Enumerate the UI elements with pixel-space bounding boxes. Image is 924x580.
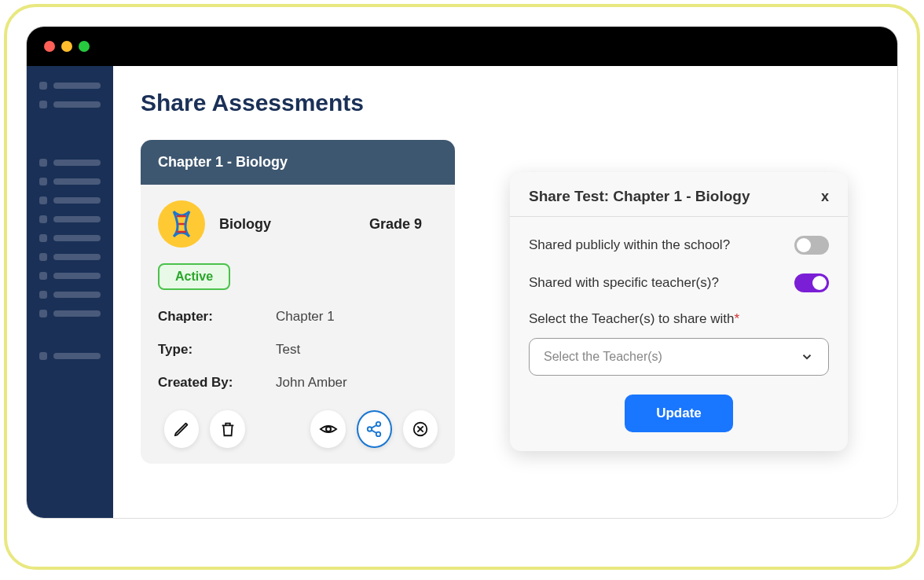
svg-point-0 xyxy=(326,427,331,431)
titlebar xyxy=(27,27,897,66)
sidebar-item[interactable] xyxy=(39,159,101,167)
grade-label: Grade 9 xyxy=(369,216,422,233)
close-circle-icon xyxy=(412,420,429,438)
share-public-label: Shared publicly within the school? xyxy=(529,237,730,253)
sidebar-item[interactable] xyxy=(39,291,101,299)
card-title: Chapter 1 - Biology xyxy=(158,154,438,171)
type-value: Test xyxy=(276,342,300,358)
chapter-value: Chapter 1 xyxy=(276,309,335,325)
sidebar-item[interactable] xyxy=(39,196,101,204)
update-button[interactable]: Update xyxy=(625,395,733,432)
view-button[interactable] xyxy=(310,410,345,448)
edit-button[interactable] xyxy=(164,410,199,448)
delete-button[interactable] xyxy=(210,410,244,448)
svg-point-3 xyxy=(376,432,381,437)
share-icon xyxy=(365,420,383,438)
cancel-button[interactable] xyxy=(403,410,438,448)
select-teachers-dropdown[interactable]: Select the Teacher(s) xyxy=(529,338,829,376)
sidebar-item[interactable] xyxy=(39,215,101,223)
sidebar-item[interactable] xyxy=(39,101,101,108)
share-public-toggle[interactable] xyxy=(794,236,829,255)
sidebar-item[interactable] xyxy=(39,253,101,261)
chapter-label: Chapter: xyxy=(158,309,276,325)
sidebar xyxy=(27,66,113,518)
modal-title: Share Test: Chapter 1 - Biology xyxy=(529,188,750,205)
assessment-card: Chapter 1 - Biology Biology Grade 9 Acti… xyxy=(141,140,455,464)
createdby-value: John Amber xyxy=(276,375,347,391)
page-title: Share Assessments xyxy=(141,90,870,116)
sidebar-item[interactable] xyxy=(39,82,101,90)
window-minimize-dot[interactable] xyxy=(61,41,72,52)
biology-icon xyxy=(158,200,205,248)
svg-line-5 xyxy=(372,430,376,433)
svg-line-4 xyxy=(372,425,376,428)
eye-icon xyxy=(319,420,338,439)
window-close-dot[interactable] xyxy=(44,41,55,52)
share-teachers-toggle[interactable] xyxy=(794,273,829,292)
type-label: Type: xyxy=(158,342,276,358)
sidebar-item[interactable] xyxy=(39,272,101,280)
createdby-label: Created By: xyxy=(158,375,276,391)
share-button[interactable] xyxy=(357,410,392,448)
select-placeholder: Select the Teacher(s) xyxy=(544,350,662,364)
sidebar-item[interactable] xyxy=(39,352,101,360)
sidebar-item[interactable] xyxy=(39,178,101,185)
svg-point-1 xyxy=(368,427,372,431)
sidebar-item[interactable] xyxy=(39,310,101,318)
share-modal: Share Test: Chapter 1 - Biology x Shared… xyxy=(510,172,848,451)
window-maximize-dot[interactable] xyxy=(79,41,90,52)
share-teachers-label: Shared with specific teacher(s)? xyxy=(529,275,719,291)
svg-point-2 xyxy=(376,422,381,427)
chevron-down-icon xyxy=(800,350,814,364)
card-header: Chapter 1 - Biology xyxy=(141,140,455,185)
trash-icon xyxy=(219,420,236,438)
modal-close-button[interactable]: x xyxy=(821,189,829,205)
select-teachers-label: Select the Teacher(s) to share with* xyxy=(529,311,829,327)
status-badge: Active xyxy=(158,263,230,290)
subject-name: Biology xyxy=(219,216,271,233)
sidebar-item[interactable] xyxy=(39,234,101,242)
pencil-icon xyxy=(173,420,190,438)
